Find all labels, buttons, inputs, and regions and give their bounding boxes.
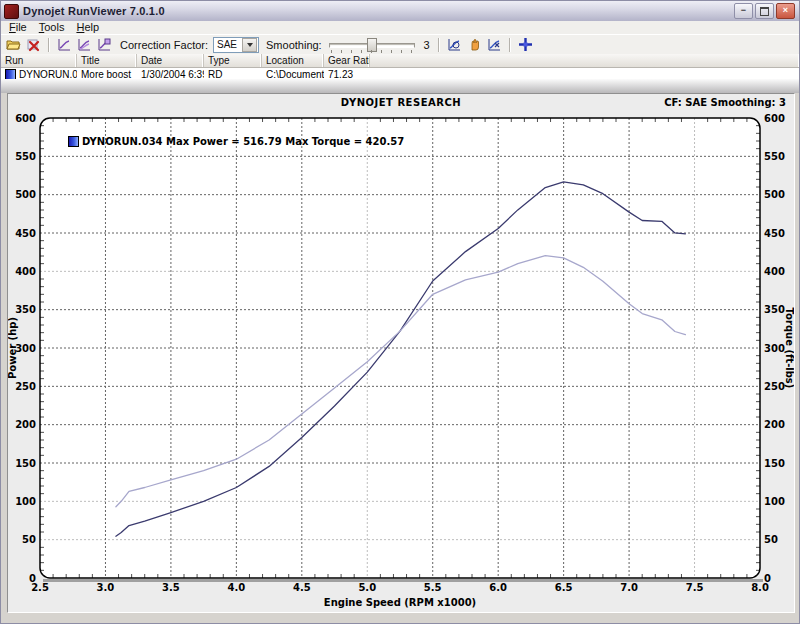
menu-bar: File Tools Help — [1, 21, 799, 35]
svg-text:250: 250 — [15, 381, 36, 392]
window-title: Dynojet RunViewer 7.0.1.0 — [23, 5, 165, 17]
pan-button[interactable] — [466, 37, 483, 53]
open-folder-icon — [6, 37, 21, 52]
hand-icon — [467, 37, 482, 52]
svg-text:4.5: 4.5 — [293, 582, 311, 593]
slider-tick — [381, 50, 382, 53]
svg-text:5.0: 5.0 — [358, 582, 376, 593]
graph-options-icon — [487, 37, 502, 52]
restore-icon — [760, 7, 769, 16]
correction-factor-select[interactable]: SAE — [213, 37, 259, 53]
svg-text:Engine Speed (RPM x1000): Engine Speed (RPM x1000) — [324, 597, 476, 608]
menu-file[interactable]: File — [3, 21, 33, 34]
delete-run-button[interactable] — [25, 37, 42, 53]
column-header-location[interactable]: Location — [262, 54, 324, 67]
chart-panel: 0050501001001501502002002502503003003503… — [7, 93, 795, 613]
smoothing-slider[interactable] — [329, 37, 415, 53]
svg-text:250: 250 — [764, 381, 785, 392]
panel-divider — [1, 79, 799, 93]
svg-text:450: 450 — [764, 228, 785, 239]
svg-text:150: 150 — [764, 458, 785, 469]
window-buttons: − × — [734, 3, 799, 19]
menu-help[interactable]: Help — [70, 21, 105, 34]
legend-text: DYNORUN.034 Max Power = 516.79 Max Torqu… — [82, 136, 404, 147]
app-icon — [4, 4, 19, 19]
legend-swatch — [68, 136, 79, 147]
svg-text:400: 400 — [764, 266, 785, 277]
chevron-down-icon — [247, 43, 253, 47]
column-header-gear-ratio[interactable]: Gear Ratio — [324, 54, 370, 67]
chart-legend: DYNORUN.034 Max Power = 516.79 Max Torqu… — [68, 136, 404, 147]
svg-text:400: 400 — [15, 266, 36, 277]
svg-text:4.0: 4.0 — [228, 582, 246, 593]
slider-tick — [341, 50, 342, 53]
column-header-title[interactable]: Title — [77, 54, 137, 67]
svg-text:600: 600 — [764, 113, 785, 124]
svg-text:600: 600 — [15, 113, 36, 124]
svg-text:300: 300 — [764, 343, 785, 354]
menu-tools[interactable]: Tools — [33, 21, 71, 34]
compare-graph-icon — [97, 37, 112, 52]
column-header-filler — [370, 54, 799, 67]
svg-text:200: 200 — [15, 419, 36, 430]
svg-text:500: 500 — [15, 189, 36, 200]
open-run-button[interactable] — [5, 37, 22, 53]
column-header-type[interactable]: Type — [204, 54, 262, 67]
svg-text:6.0: 6.0 — [489, 582, 507, 593]
svg-text:Torque (ft-lbs): Torque (ft-lbs) — [784, 308, 794, 389]
svg-text:100: 100 — [15, 496, 36, 507]
slider-thumb[interactable] — [367, 38, 377, 52]
correction-factor-label: Correction Factor: — [120, 39, 208, 51]
svg-text:450: 450 — [15, 228, 36, 239]
svg-text:Power (hp): Power (hp) — [8, 317, 18, 379]
svg-text:350: 350 — [764, 304, 785, 315]
svg-text:150: 150 — [15, 458, 36, 469]
svg-text:5.5: 5.5 — [424, 582, 442, 593]
minimize-button[interactable]: − — [734, 3, 753, 19]
smoothing-label: Smoothing: — [266, 39, 322, 51]
slider-tick — [361, 50, 362, 53]
toolbar-separator — [438, 38, 440, 52]
svg-text:550: 550 — [15, 151, 36, 162]
column-header-date[interactable]: Date — [137, 54, 204, 67]
column-header-run[interactable]: Run — [1, 54, 77, 67]
svg-text:300: 300 — [15, 343, 36, 354]
zoom-graph-button[interactable] — [446, 37, 463, 53]
svg-text:6.5: 6.5 — [555, 582, 573, 593]
slider-tick — [401, 50, 402, 53]
svg-text:50: 50 — [764, 534, 778, 545]
overlay-graph-button[interactable] — [76, 37, 93, 53]
restore-button[interactable] — [755, 3, 774, 19]
svg-text:7.0: 7.0 — [620, 582, 638, 593]
svg-text:3.5: 3.5 — [162, 582, 180, 593]
svg-text:500: 500 — [764, 189, 785, 200]
slider-tick — [371, 50, 372, 53]
correction-factor-value: SAE — [214, 39, 242, 50]
compare-graph-button[interactable] — [96, 37, 113, 53]
title-bar: Dynojet RunViewer 7.0.1.0 − × — [1, 1, 799, 22]
svg-text:100: 100 — [764, 496, 785, 507]
overlay-graph-icon — [77, 37, 92, 52]
smoothing-value: 3 — [420, 39, 430, 51]
slider-tick — [351, 50, 352, 53]
app-window: Dynojet RunViewer 7.0.1.0 − × File Tools… — [0, 0, 800, 624]
svg-text:200: 200 — [764, 419, 785, 430]
crosshair-icon — [518, 37, 533, 52]
toolbar-separator — [509, 38, 511, 52]
dropdown-button[interactable] — [242, 38, 257, 52]
view-graph-button[interactable] — [56, 37, 73, 53]
plot-area[interactable]: 0050501001001501502002002502503003003503… — [8, 94, 794, 612]
svg-text:550: 550 — [764, 151, 785, 162]
toolbar: Correction Factor: SAE Smoothing: 3 — [1, 34, 799, 55]
graph-icon — [57, 37, 72, 52]
svg-text:3.0: 3.0 — [97, 582, 115, 593]
run-list-header: Run Title Date Type Location Gear Ratio — [1, 54, 799, 68]
svg-text:350: 350 — [15, 304, 36, 315]
svg-text:50: 50 — [22, 534, 36, 545]
crosshair-button[interactable] — [517, 37, 534, 53]
svg-text:2.5: 2.5 — [31, 582, 49, 593]
graph-options-button[interactable] — [486, 37, 503, 53]
svg-text:7.5: 7.5 — [686, 582, 704, 593]
zoom-graph-icon — [447, 37, 462, 52]
close-button[interactable]: × — [776, 3, 795, 19]
